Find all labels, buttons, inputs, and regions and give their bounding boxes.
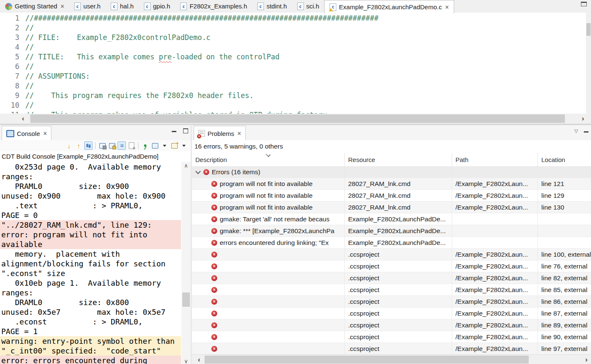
problems-summary: 16 errors, 5 warnings, 0 others <box>192 140 591 153</box>
c-file-icon: c <box>257 3 264 10</box>
cell-location <box>538 237 591 248</box>
cell-location: line 76, external <box>538 260 591 272</box>
scroll-up-icon[interactable]: ∧ <box>181 162 191 169</box>
table-row[interactable]: ×.ccsproject/Example_F2802xLaun...line 8… <box>192 308 591 319</box>
scrollbar-thumb[interactable] <box>30 114 565 123</box>
next-error-icon[interactable]: ↓ <box>65 141 73 150</box>
cell-location: line 89, external <box>538 319 591 331</box>
cell-description: ×program will not fit into available <box>192 190 345 201</box>
table-row[interactable]: ×.ccsproject/Example_F2802xLaun...line 8… <box>192 284 591 296</box>
previous-error-icon[interactable]: ↑ <box>75 141 83 150</box>
word-wrap-icon[interactable]: ≡ <box>117 141 126 150</box>
cell-description: ×program will not fit into available <box>192 178 345 189</box>
column-header-resource[interactable]: Resource <box>345 153 452 166</box>
minimize-icon[interactable] <box>581 2 587 6</box>
tab-f2802x-examples-h[interactable]: c F2802x_Examples.h <box>175 0 252 13</box>
table-row[interactable]: ×Errors (16 items) <box>192 166 591 178</box>
tab-user-h[interactable]: c user.h <box>69 0 106 13</box>
minimize-icon[interactable] <box>584 130 588 133</box>
editor-tab-bar: Getting Started × c user.h c hal.h c gpi… <box>0 0 591 13</box>
cell-description: × <box>192 272 345 284</box>
error-icon: × <box>211 181 217 187</box>
tab-sci-h[interactable]: c sci.h <box>292 0 325 13</box>
scrollbar-thumb[interactable] <box>182 292 190 307</box>
scrollbar-thumb[interactable] <box>205 356 529 364</box>
scroll-right-icon[interactable]: › <box>582 114 584 124</box>
tab-console[interactable]: Console × <box>2 126 51 141</box>
problems-icon <box>198 130 205 137</box>
scroll-left-icon[interactable]: ‹ <box>22 114 24 124</box>
code-editor[interactable]: 1//#####################################… <box>0 13 586 114</box>
table-row[interactable]: ×program will not fit into available2802… <box>192 178 591 190</box>
line-number: 10 <box>0 101 23 110</box>
console-vertical-scrollbar[interactable]: ∧ ∨ <box>181 162 191 364</box>
console-line: unused: 0x900 max hole: 0x900 <box>0 191 181 201</box>
cell-path <box>452 166 538 178</box>
cell-description: ×gmake: *** [Example_F2802xLaunchPa <box>192 225 345 236</box>
problems-table-header: Description Resource Path Location <box>192 153 591 167</box>
chevron-expanded-icon[interactable] <box>195 169 201 174</box>
cell-location: line 86, external <box>538 296 591 307</box>
scroll-lock-icon[interactable] <box>108 141 116 150</box>
maximize-icon[interactable] <box>183 128 188 133</box>
copy-build-log-icon[interactable] <box>98 141 106 150</box>
console-line: ranges: <box>0 288 181 298</box>
show-error-in-editor-icon[interactable]: ⇆ <box>84 141 93 150</box>
close-icon[interactable]: × <box>445 4 449 11</box>
tab-problems[interactable]: Problems × <box>194 126 246 141</box>
cell-description: ×errors encountered during linking; "Ex <box>192 237 345 248</box>
line-number: 11 <box>0 110 23 114</box>
table-row[interactable]: ×.ccsproject/Example_F2802xLaun...line 8… <box>192 319 591 331</box>
display-selected-console-icon[interactable] <box>151 141 159 150</box>
table-row[interactable]: ×.ccsproject/Example_F2802xLaun...line 7… <box>192 260 591 272</box>
table-row[interactable]: ×errors encountered during linking; "ExE… <box>192 237 591 249</box>
tab-hal-h[interactable]: c hal.h <box>106 0 139 13</box>
table-row[interactable]: ×gmake: Target 'all' not remade becausEx… <box>192 213 591 225</box>
table-row[interactable]: ×.ccsproject/Example_F2802xLaun...line 9… <box>192 331 591 343</box>
table-row[interactable]: ×.ccsproject/Example_F2802xLaun...line 9… <box>192 343 591 355</box>
column-header-location[interactable]: Location <box>538 153 591 166</box>
open-console-icon[interactable] <box>170 141 178 150</box>
table-row[interactable]: ×.ccsproject/Example_F2802xLaun...line 1… <box>192 249 591 260</box>
display-console-dropdown-icon[interactable] <box>160 141 169 150</box>
clear-console-icon[interactable] <box>127 141 136 150</box>
table-row[interactable]: ×program will not fit into available2802… <box>192 190 591 202</box>
code-area[interactable]: 1//#####################################… <box>0 13 586 114</box>
tab-stdint-h[interactable]: c stdint.h <box>252 0 292 13</box>
column-header-path[interactable]: Path <box>452 153 538 166</box>
c-file-warning-icon: c <box>330 3 336 11</box>
scroll-down-icon[interactable]: ∨ <box>181 358 191 364</box>
view-menu-icon[interactable]: ▽ <box>575 128 578 134</box>
cell-path <box>452 213 538 225</box>
table-row[interactable]: ×gmake: *** [Example_F2802xLaunchPaExamp… <box>192 225 591 237</box>
column-header-description[interactable]: Description <box>192 153 345 166</box>
close-icon[interactable]: × <box>61 3 64 10</box>
table-row[interactable]: ×.ccsproject/Example_F2802xLaun...line 8… <box>192 272 591 284</box>
close-icon[interactable]: × <box>237 130 241 137</box>
error-icon: × <box>211 311 217 316</box>
toolbar-separator <box>138 142 138 149</box>
table-row[interactable]: ×.ccsproject/Example_F2802xLaun...line 8… <box>192 296 591 308</box>
editor-horizontal-scrollbar[interactable]: ‹ › <box>0 114 591 124</box>
console-line: "_c_int00" specified: "code_start" <box>0 346 181 356</box>
open-console-dropdown-icon[interactable] <box>180 141 188 150</box>
error-icon: × <box>211 193 217 199</box>
table-row[interactable]: ×program will not fit into available2802… <box>192 202 591 213</box>
tab-gpio-h[interactable]: c gpio.h <box>139 0 176 13</box>
console-output[interactable]: 0x253d page 0. Available memoryranges: P… <box>0 162 181 364</box>
sort-indicator-icon <box>266 152 270 157</box>
cell-resource: .ccsproject <box>345 249 452 260</box>
close-icon[interactable]: × <box>43 130 47 137</box>
tab-getting-started[interactable]: Getting Started × <box>0 0 69 13</box>
minimize-icon[interactable] <box>172 130 176 132</box>
tab-example-f2802x-launchpad-demo-c[interactable]: c Example_F2802xLaunchPadDemo.c × <box>324 0 454 13</box>
console-title: CDT Build Console [Example_F2802xLaunchP… <box>0 151 191 162</box>
scroll-left-icon[interactable]: ‹ <box>198 355 200 364</box>
editor-vertical-scrollbar[interactable] <box>586 13 591 114</box>
problems-horizontal-scrollbar[interactable]: ‹ › <box>192 354 591 364</box>
scrollbar-thumb[interactable] <box>586 23 591 36</box>
scroll-right-icon[interactable]: › <box>585 355 588 364</box>
tab-label: stdint.h <box>266 3 287 10</box>
pin-console-icon[interactable] <box>141 141 149 150</box>
cell-description: × <box>192 308 345 319</box>
